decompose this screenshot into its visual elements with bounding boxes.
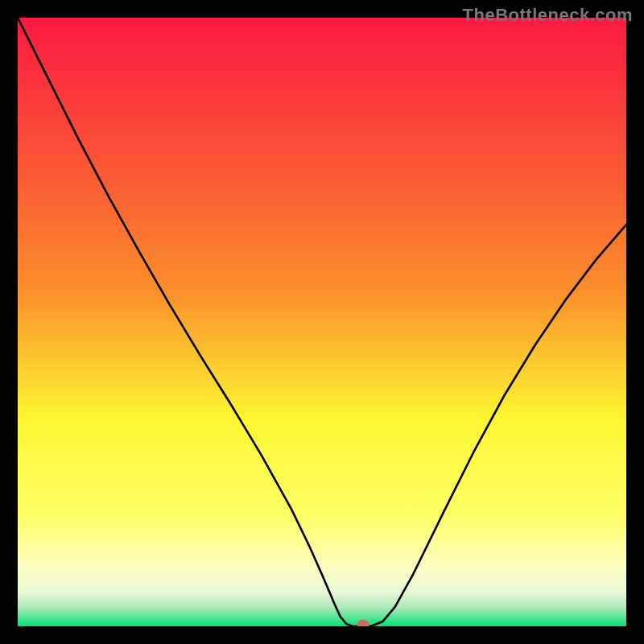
- chart-frame: TheBottleneck.com: [0, 0, 644, 644]
- bottleneck-curve-layer: [18, 18, 626, 626]
- optimum-marker: [357, 620, 369, 626]
- bottleneck-curve: [18, 18, 626, 626]
- plot-area: [18, 18, 626, 626]
- watermark-text: TheBottleneck.com: [463, 5, 633, 26]
